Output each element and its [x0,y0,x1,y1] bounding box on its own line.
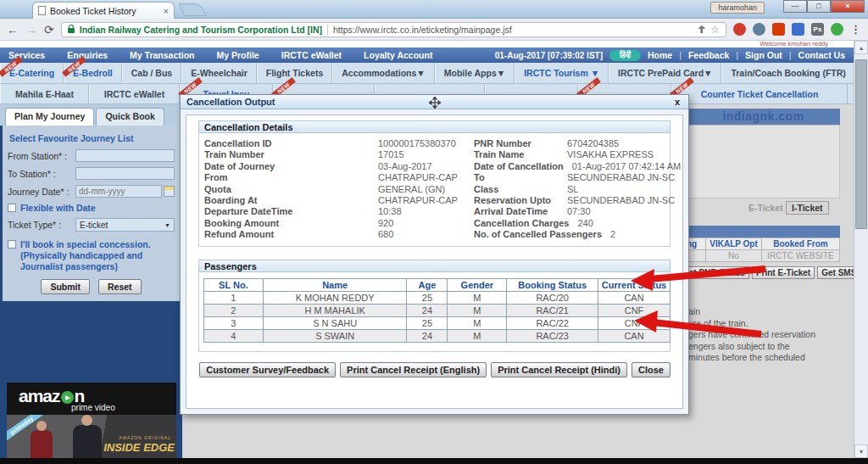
reset-button[interactable]: Reset [98,279,142,294]
extension-icon-gray[interactable] [753,23,765,36]
nav-loyalty-account[interactable]: Loyalty Account [364,50,432,60]
detail-value: 07:30 [567,206,591,217]
language-pill[interactable]: हिंदी [609,50,641,61]
scrollbar[interactable]: ▲ ▼ [854,41,868,458]
nav-contact-us[interactable]: Contact Us [798,50,845,60]
cell: M [448,291,507,304]
nav-e-wheelchair[interactable]: E-Wheelchair [181,63,257,83]
extension-icon-ps[interactable]: Ps [811,23,824,36]
table-row: 4S SWAIN24MRAC/23CAN [204,329,670,342]
scroll-up-icon[interactable]: ▲ [854,41,868,54]
url-text: https://www.irctc.co.in/eticketing/mainp… [333,25,693,35]
modal-close-icon[interactable]: x [672,97,682,107]
journey-date-input[interactable] [75,185,162,198]
print-receipt-english-button[interactable]: Print Cancel Receipt (English) [340,362,487,377]
address-bar[interactable]: Indian Railway Catering and Tourism Corp… [61,22,726,37]
col-sl-no: SL No. [204,278,264,291]
col-gender: Gender [448,278,507,291]
browser-tab[interactable]: Booked Ticket History × [32,2,175,19]
amazon-prime-ad[interactable]: amaz▶n prime video primeday AMAZON ORIGI… [7,383,176,464]
amazon-word-left: amaz [19,386,60,406]
tab-quick-book[interactable]: Quick Book [96,108,164,126]
detail-label: Cancellation ID [204,138,378,149]
maximize-button[interactable]: □ [807,0,831,13]
modal-title: Cancellation Output [186,97,275,107]
minimize-button[interactable]: — [783,0,807,13]
nav-flight-tickets[interactable]: Flight Tickets [257,63,333,83]
nav-enquiries[interactable]: Enquiries [67,50,108,60]
tab-close-icon[interactable]: × [164,6,169,16]
flexible-date-checkbox[interactable] [8,204,16,212]
nav-e-bedroll[interactable]: NEWE-Bedroll [64,63,122,83]
favourite-journey-link[interactable]: Select Favourite Journey List [9,133,175,143]
window-bottom-edge [0,458,868,464]
nav-my-transaction[interactable]: My Transaction [130,50,194,60]
nav-irctc-ewallet-2[interactable]: IRCTC eWallet [89,84,180,103]
nav-e-catering[interactable]: NEWE-Catering [0,63,64,83]
detail-label: From [204,172,378,183]
detail-value: 01-Aug-2017 07:42:14 AM [572,161,681,172]
reload-icon[interactable]: ⟳ [44,24,54,36]
background-buttons: Get PNR Status Print E-Ticket Get SMS [678,266,860,279]
detail-value: 680 [378,229,474,240]
modal-titlebar[interactable]: Cancellation Output x [181,95,688,109]
window-user-chip[interactable]: haramohan [710,2,765,14]
nav-home[interactable]: Home [648,50,672,60]
calendar-icon[interactable] [164,186,175,197]
nav-feedback[interactable]: Feedback [688,50,729,60]
concession-checkbox[interactable] [8,240,16,249]
nav-cab-bus[interactable]: Cab / Bus [122,63,181,83]
browser-menu-icon[interactable]: ⋮ [850,23,861,36]
cell: 24 [407,329,448,342]
ticket-type-select[interactable]: E-ticket ▼ [75,218,175,232]
nav-mahila-e-haat[interactable]: Mahila E-Haat [0,84,89,103]
movie-banner[interactable]: primeday AMAZON ORIGINAL INSIDE EDGE ◉ W… [7,415,176,464]
nav-irctc-ewallet[interactable]: IRCTC eWallet [281,50,342,60]
close-window-button[interactable]: × [831,0,865,13]
close-button[interactable]: Close [632,362,670,377]
from-station-label: From Station* : [8,151,75,161]
detail-value: VISAKHA EXPRESS [567,149,654,160]
extension-icon-red[interactable] [733,23,746,36]
col-booking-status: Booking Status [507,278,598,291]
extension-icon-green-arrow[interactable] [831,23,843,36]
nav-sign-out[interactable]: Sign Out [745,50,782,60]
detail-label: Quota [204,184,378,195]
submit-button[interactable]: Submit [41,279,90,294]
cell: 3 [204,316,264,329]
nav-mobile-apps[interactable]: Mobile Apps▼ [435,63,515,83]
col-booked-from: Booked From [762,238,840,250]
back-icon[interactable]: ← [7,24,19,36]
extension-icon-office[interactable] [772,23,785,36]
nav-prepaid-card[interactable]: IRCTC PrePaid Card▼ [609,63,721,83]
nav-counter-ticket-cancellation[interactable]: NEWCounter Ticket Cancellation [671,84,848,103]
nav-accommodations[interactable]: Accommodations▼ [332,63,435,83]
tab-plan-my-journey[interactable]: Plan My Journey [5,108,94,126]
modal-body: Cancellation Details Cancellation ID1000… [186,115,683,409]
to-station-input[interactable] [75,167,175,180]
bookmark-star-icon[interactable]: ☆ [710,24,720,36]
journey-form: Select Favourite Journey List From Stati… [3,126,180,301]
nav-separator: | [736,50,738,60]
from-station-input[interactable] [75,149,175,162]
extension-icon-puzzle[interactable] [792,23,804,36]
new-tab-button[interactable] [179,3,207,16]
print-receipt-hindi-button[interactable]: Print Cancel Receipt (Hindi) [491,362,627,377]
detail-label: To [474,172,559,183]
scroll-down-icon[interactable]: ▼ [854,444,868,458]
scrollbar-thumb[interactable] [855,59,867,229]
move-handle-icon[interactable] [429,97,441,112]
cell: M [448,329,507,342]
nav-train-coach-booking[interactable]: Train/Coach Booking (FTR) [721,63,854,83]
detail-label: Cancellation Charges [474,218,569,229]
forward-icon[interactable]: → [25,24,37,36]
nav-my-profile[interactable]: My Profile [217,50,259,60]
pin-icon[interactable] [698,25,705,33]
i-ticket-toggle[interactable]: I-Ticket [786,201,829,215]
background-note-text: ain ure of the train. gers have confirme… [688,306,858,364]
print-e-ticket-button[interactable]: Print E-Ticket [752,266,815,279]
e-ticket-toggle[interactable]: E-Ticket [748,203,783,213]
customer-survey-button[interactable]: Customer Survey/Feedback [199,362,336,377]
cell: H M MAHALIK [263,304,407,316]
cancellation-details-box: Cancellation ID100000175380370PNR Number… [198,133,670,247]
